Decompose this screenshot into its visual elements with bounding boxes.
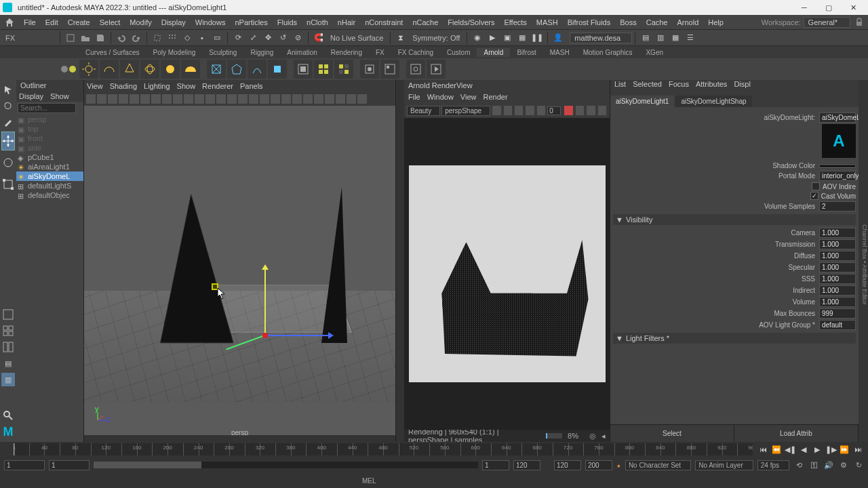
history-icon[interactable]: ↺: [276, 31, 290, 45]
menu-arnold[interactable]: Arnold: [672, 18, 703, 26]
ae-portal-mode-dropdown[interactable]: interior_only: [819, 171, 856, 181]
delete-history-icon[interactable]: ⊘: [291, 31, 304, 45]
time-ruler[interactable]: 1408012016020024028032036040044048052056…: [14, 443, 753, 455]
menu-create[interactable]: Create: [63, 18, 95, 26]
layout-1-icon[interactable]: ▤: [639, 31, 652, 45]
vp-tool-icon[interactable]: [292, 94, 302, 104]
ae-aov-light-group-field[interactable]: default: [819, 320, 856, 330]
vp-tool-icon[interactable]: [271, 94, 280, 104]
workspace-dropdown[interactable]: General*: [804, 17, 850, 28]
shelf-tab[interactable]: Curves / Surfaces: [79, 48, 146, 57]
redo-icon[interactable]: [130, 31, 143, 45]
time-slider[interactable]: 1408012016020024028032036040044048052056…: [0, 442, 868, 457]
create-standin-icon[interactable]: [207, 60, 226, 79]
ae-camera-field[interactable]: 1.000: [819, 228, 856, 238]
loop-icon[interactable]: ⟲: [793, 460, 804, 470]
ae-attributes-menu[interactable]: Attributes: [696, 80, 727, 92]
select-tool-icon[interactable]: [1, 83, 15, 96]
scale-icon[interactable]: ⤢: [246, 31, 260, 45]
vp-shading-menu[interactable]: Shading: [110, 82, 137, 90]
vp-tool-icon[interactable]: [119, 94, 128, 104]
range-bar[interactable]: [94, 462, 478, 468]
mel-label[interactable]: MEL: [362, 477, 376, 485]
rv-view-menu[interactable]: View: [460, 93, 477, 101]
light-portal-icon[interactable]: [161, 60, 180, 79]
ae-volume-samples-field[interactable]: 2: [819, 201, 856, 211]
lock-icon[interactable]: [854, 18, 864, 27]
ae-tab[interactable]: aiSkyDomeLight1: [610, 96, 674, 107]
minimize-button[interactable]: ─: [792, 0, 816, 15]
rv-stop-icon[interactable]: [564, 106, 572, 115]
viewport-3d[interactable]: yz persp: [84, 106, 395, 442]
channel-box-tab[interactable]: Channel Box • Attribute Editor: [859, 80, 868, 442]
rv-isolate-icon[interactable]: [515, 106, 523, 115]
pause-icon[interactable]: ❚❚: [530, 31, 544, 45]
range-thumb[interactable]: [94, 462, 201, 468]
light-manager-icon[interactable]: [334, 60, 353, 79]
render-settings-icon[interactable]: [360, 60, 379, 79]
shelf-tab[interactable]: Rendering: [324, 48, 369, 57]
current-frame-field[interactable]: [482, 460, 509, 470]
go-to-end-icon[interactable]: ⏭: [852, 444, 864, 455]
ae-visibility-section[interactable]: ▼Visibility: [613, 214, 856, 225]
menu-modify[interactable]: Modify: [125, 18, 156, 26]
playblast-icon[interactable]: ▶: [486, 31, 499, 45]
anim-end-field[interactable]: [585, 460, 612, 470]
renderview-viewport[interactable]: [404, 118, 610, 430]
menu-ncache[interactable]: nCache: [408, 18, 443, 26]
flush-caches-icon[interactable]: [294, 60, 313, 79]
shelf-tab[interactable]: Rigging: [243, 48, 280, 57]
menu-fieldssolvers[interactable]: Fields/Solvers: [443, 18, 499, 26]
shelf-tab[interactable]: Poly Modeling: [146, 48, 202, 57]
rv-store-icon[interactable]: [504, 106, 512, 115]
shelf-tab[interactable]: XGen: [639, 48, 670, 57]
move-tool-icon[interactable]: [1, 131, 15, 150]
vp-tool-icon[interactable]: [130, 94, 139, 104]
rotate-tool-icon[interactable]: [1, 153, 15, 172]
aov-browser-icon[interactable]: [380, 60, 399, 79]
close-button[interactable]: ✕: [841, 0, 865, 15]
rv-crop-icon[interactable]: [492, 106, 500, 115]
ae-cast-volume-checkbox[interactable]: [810, 192, 818, 200]
vp-tool-icon[interactable]: [357, 94, 367, 104]
ae-diffuse-field[interactable]: 1.000: [819, 251, 856, 261]
ae-max-bounces-field[interactable]: 999: [819, 308, 856, 319]
menu-edit[interactable]: Edit: [41, 18, 63, 26]
vp-tool-icon[interactable]: [303, 94, 313, 104]
rv-refresh-icon[interactable]: [576, 106, 584, 115]
layout-3-icon[interactable]: ▦: [669, 31, 682, 45]
menuset-dropdown[interactable]: FX: [3, 34, 57, 42]
menu-boss[interactable]: Boss: [615, 18, 641, 26]
vp-tool-icon[interactable]: [260, 94, 269, 104]
menu-display[interactable]: Display: [157, 18, 191, 26]
rv-snapshot-icon[interactable]: ◎: [589, 432, 596, 441]
symmetry-label[interactable]: Symmetry: Off: [408, 34, 464, 42]
ae-load-attributes-button[interactable]: Load Attrib: [734, 425, 859, 442]
menu-nconstraint[interactable]: nConstraint: [360, 18, 408, 26]
mesh-light-icon[interactable]: [120, 60, 139, 79]
step-back-key-icon[interactable]: ⏪: [770, 444, 783, 455]
ae-specular-field[interactable]: 1.000: [819, 262, 856, 272]
open-scene-icon[interactable]: [79, 31, 92, 45]
arnold-render-icon[interactable]: [427, 60, 446, 79]
four-pane-icon[interactable]: [1, 324, 15, 338]
vp-tool-icon[interactable]: [97, 94, 106, 104]
rv-3d-icon[interactable]: [526, 106, 534, 115]
play-forward-icon[interactable]: ▶: [811, 444, 823, 455]
rv-aov-dropdown[interactable]: Beauty: [407, 106, 440, 116]
sound-icon[interactable]: 🔊: [823, 460, 834, 470]
curve-collector-icon[interactable]: [248, 60, 267, 79]
shelf-tab[interactable]: Custom: [440, 48, 477, 57]
vp-tool-icon[interactable]: [151, 94, 161, 104]
outliner-search-input[interactable]: [18, 103, 76, 113]
viewport-scrollbar[interactable]: [84, 435, 395, 442]
rv-prev-snapshot-icon[interactable]: ◂: [601, 432, 606, 441]
snap-point-icon[interactable]: •: [195, 31, 209, 45]
ae-display-menu[interactable]: Displ: [734, 80, 750, 92]
photometric-light-icon[interactable]: [140, 60, 159, 79]
vp-tool-icon[interactable]: [227, 94, 237, 104]
vp-tool-icon[interactable]: [184, 94, 193, 104]
two-pane-side-icon[interactable]: [1, 340, 15, 354]
menu-nparticles[interactable]: nParticles: [230, 18, 272, 26]
vp-tool-icon[interactable]: [173, 94, 182, 104]
